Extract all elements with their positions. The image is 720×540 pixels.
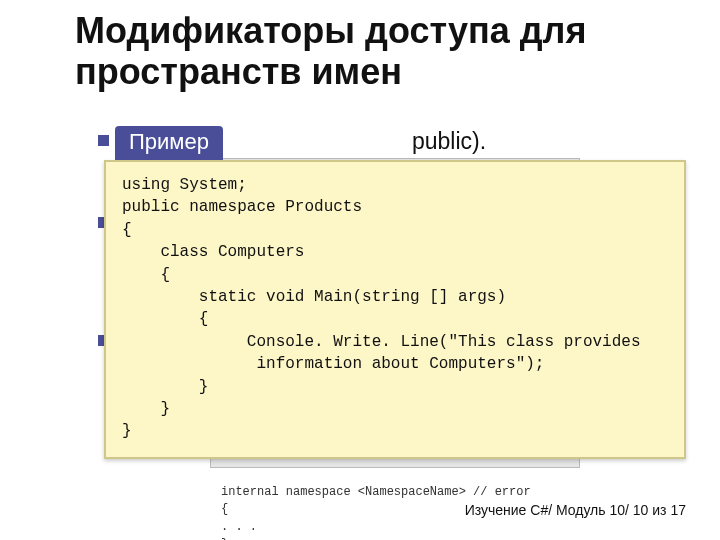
slide-title: Модификаторы доступа для пространств име… xyxy=(75,10,695,93)
example-tab: Пример xyxy=(115,126,223,160)
slide-footer: Изучение C#/ Модуль 10/ 10 из 17 xyxy=(465,502,686,518)
example-code-box: using System; public namespace Products … xyxy=(104,160,686,459)
bullet-square-icon xyxy=(98,135,109,146)
background-text-fragment: public). xyxy=(412,128,486,155)
example-code: using System; public namespace Products … xyxy=(122,176,640,440)
